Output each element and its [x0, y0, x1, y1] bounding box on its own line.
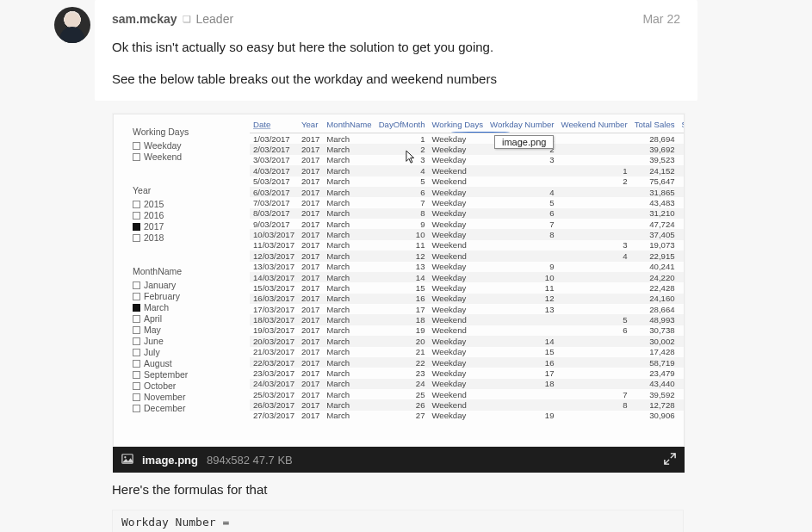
table-row[interactable]: 12/03/20172017March12Weekend422,91536,09… [250, 251, 685, 261]
table-cell: 13/03/2017 [250, 262, 298, 272]
table-row[interactable]: 27/03/20172017March27Weekday1930,90619,5… [250, 411, 685, 421]
table-cell: Weekday [428, 411, 487, 421]
table-row[interactable]: 14/03/20172017March14Weekday1024,22017,8… [250, 272, 685, 282]
slicer-item[interactable]: July [133, 347, 227, 358]
table-row[interactable]: 10/03/20172017March10Weekday837,40535,31… [250, 229, 685, 239]
table-row[interactable]: 2/03/20172017March2Weekday239,69228,023 [250, 144, 685, 154]
column-header[interactable]: Workday Number [487, 118, 557, 133]
table-row[interactable]: 19/03/20172017March19Weekend630,73838,42… [250, 325, 685, 336]
slicer-item[interactable]: November [133, 392, 227, 403]
table-row[interactable]: 25/03/20172017March25Weekend739,59258,49… [250, 389, 685, 399]
image-filename[interactable]: image.png [142, 454, 198, 467]
username[interactable]: sam.mckay [112, 12, 177, 26]
expand-icon[interactable] [664, 453, 676, 467]
table-row[interactable]: 9/03/20172017March9Weekday747,72421,771 [250, 219, 685, 229]
table-row[interactable]: 6/03/20172017March6Weekday431,86531,131 [250, 187, 685, 197]
slicer-item-label: July [144, 347, 160, 358]
slicer-item[interactable]: August [133, 358, 227, 369]
slicer-item[interactable]: 2018 [133, 232, 227, 244]
slicer-item[interactable]: September [133, 369, 227, 380]
table-row[interactable]: 7/03/20172017March7Weekday543,48325,851 [250, 197, 685, 207]
checkbox-icon[interactable] [133, 393, 140, 401]
table-row[interactable]: 5/03/20172017March5Weekend275,64743,131 [250, 176, 685, 187]
embedded-image[interactable]: Working Days WeekdayWeekend Year 2015201… [113, 114, 685, 447]
checkbox-icon[interactable] [133, 371, 140, 379]
table-row[interactable]: 26/03/20172017March26Weekend812,72826,65… [250, 399, 685, 410]
checkbox-icon[interactable] [133, 405, 140, 412]
avatar[interactable] [54, 7, 90, 43]
column-header[interactable]: Weekend Number [558, 118, 631, 133]
checkbox-icon[interactable] [133, 142, 140, 150]
checkbox-icon[interactable] [133, 326, 140, 334]
table-row[interactable]: 3/03/20172017March3Weekday339,52333,850 [250, 155, 685, 165]
slicer-item[interactable]: 2017 [133, 221, 227, 232]
table-row[interactable]: 1/03/20172017March1Weekday128,69420,817 [250, 133, 685, 145]
column-header[interactable]: Year [298, 118, 323, 133]
table-row[interactable]: 18/03/20172017March18Weekend548,99344,63… [250, 314, 685, 325]
checkbox-icon[interactable] [133, 337, 140, 345]
checkbox-icon[interactable] [133, 304, 140, 312]
table-row[interactable]: 24/03/20172017March24Weekday1843,44032,1… [250, 379, 685, 389]
slicer-item[interactable]: 2016 [133, 210, 227, 221]
post-date[interactable]: Mar 22 [642, 12, 680, 26]
table-row[interactable]: 15/03/20172017March15Weekday1122,42821,3… [250, 282, 685, 293]
slicer-item[interactable]: October [133, 380, 227, 392]
table-row[interactable]: 21/03/20172017March21Weekday1517,42831,3… [250, 347, 685, 357]
table-cell: 24,220 [631, 272, 679, 282]
table-cell: Weekend [428, 389, 487, 399]
table-row[interactable]: 23/03/20172017March23Weekday1723,47949,8… [250, 368, 685, 378]
slicer-item[interactable]: 2015 [133, 199, 227, 210]
column-header[interactable]: Total Sales [631, 118, 679, 133]
slicer-item[interactable]: May [133, 325, 227, 336]
checkbox-icon[interactable] [133, 315, 140, 323]
table-cell: 5/03/2017 [250, 176, 298, 187]
table-row[interactable]: 4/03/20172017March4Weekend124,15252,643 [250, 165, 685, 176]
slicer-working-days[interactable]: Working Days WeekdayWeekend [133, 127, 227, 163]
checkbox-icon[interactable] [133, 153, 140, 161]
checkbox-icon[interactable] [133, 223, 140, 231]
slicer-item[interactable]: December [133, 403, 227, 414]
slicer-year[interactable]: Year 2015201620172018 [133, 185, 227, 244]
column-header[interactable]: Date [250, 118, 298, 133]
slicer-item[interactable]: January [133, 280, 227, 291]
checkbox-icon[interactable] [133, 293, 140, 300]
checkbox-icon[interactable] [133, 281, 140, 289]
column-header[interactable]: MonthName [323, 118, 375, 133]
checkbox-icon[interactable] [133, 212, 140, 220]
checkbox-icon[interactable] [133, 234, 140, 242]
slicer-item[interactable]: February [133, 291, 227, 302]
column-header[interactable]: Sales LY [679, 118, 685, 133]
slicer-item-label: February [144, 291, 180, 302]
table-row[interactable]: 17/03/20172017March17Weekday1328,66435,8… [250, 304, 685, 314]
table-cell [558, 347, 631, 357]
slicer-item[interactable]: Weekend [133, 152, 227, 163]
table-row[interactable]: 13/03/20172017March13Weekday940,24132,85… [250, 262, 685, 272]
table-cell: 2017 [298, 165, 323, 176]
column-header[interactable]: Working Days [428, 118, 487, 133]
table-cell: 39,592 [631, 389, 679, 399]
table-cell: 2017 [298, 272, 323, 282]
table-cell: Weekday [428, 282, 487, 293]
table-row[interactable]: 22/03/20172017March22Weekday1658,71917,6… [250, 357, 685, 368]
table-cell: 2017 [298, 240, 323, 251]
slicer-item[interactable]: April [133, 313, 227, 325]
image-icon [121, 453, 133, 467]
slicer-item[interactable]: March [133, 302, 227, 313]
checkbox-icon[interactable] [133, 201, 140, 208]
table-row[interactable]: 16/03/20172017March16Weekday1224,16030,2… [250, 294, 685, 304]
column-header[interactable]: DayOfMonth [375, 118, 429, 133]
table-row[interactable]: 20/03/20172017March20Weekday1430,00232,0… [250, 336, 685, 346]
table-cell: March [323, 208, 375, 219]
slicer-month[interactable]: MonthName JanuaryFebruaryMarchAprilMayJu… [133, 266, 227, 414]
checkbox-icon[interactable] [133, 360, 140, 368]
checkbox-icon[interactable] [133, 349, 140, 356]
table-cell: 2017 [298, 197, 323, 207]
slicer-item[interactable]: Weekday [133, 140, 227, 152]
table-cell: 43,440 [631, 379, 679, 389]
table-row[interactable]: 8/03/20172017March8Weekday631,21036,760 [250, 208, 685, 219]
slicer-item[interactable]: June [133, 336, 227, 347]
table-cell: 17,852 [679, 272, 685, 282]
checkbox-icon[interactable] [133, 382, 140, 390]
table-row[interactable]: 11/03/20172017March11Weekend319,07323,99… [250, 240, 685, 251]
data-table[interactable]: DateYearMonthNameDayOfMonthWorking DaysW… [250, 118, 680, 421]
